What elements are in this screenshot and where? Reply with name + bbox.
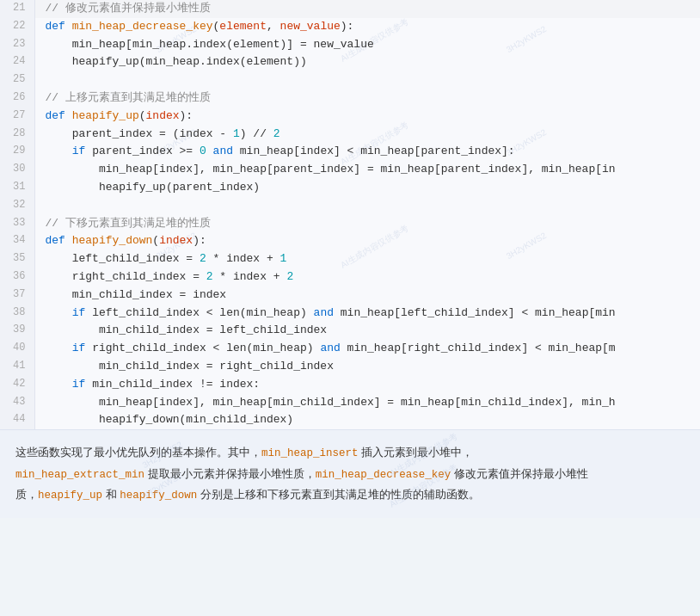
keyword: if <box>72 378 86 391</box>
number: 0 <box>200 145 206 157</box>
keyword: and <box>320 342 340 354</box>
line-number: 41 <box>0 358 34 376</box>
desc-code-insert: min_heap_insert <box>261 447 359 459</box>
line-content <box>34 197 700 215</box>
line-number: 29 <box>0 143 34 161</box>
table-row: 33 // 下移元素直到其满足堆的性质 <box>0 215 700 233</box>
keyword: if <box>72 342 86 354</box>
number: 2 <box>273 127 280 140</box>
line-content: min_heap[index], min_heap[parent_index] … <box>34 161 700 179</box>
keyword: and <box>213 145 233 157</box>
line-content: min_child_index = left_child_index <box>34 322 700 340</box>
line-number: 42 <box>0 376 34 394</box>
line-content: def heapify_up(index): <box>34 108 700 126</box>
line-content: min_heap[min_heap.index(element)] = new_… <box>34 36 700 54</box>
line-content: min_child_index = index <box>34 286 700 305</box>
param: index <box>159 234 193 247</box>
table-row: 34 def heapify_down(index): <box>0 232 700 250</box>
table-row: 23 min_heap[min_heap.index(element)] = n… <box>0 36 700 54</box>
table-row: 26 // 上移元素直到其满足堆的性质 <box>0 89 700 108</box>
table-row: 42 if min_child_index != index: <box>0 376 700 394</box>
function-name: heapify_up <box>72 109 139 122</box>
table-row: 38 if left_child_index < len(min_heap) a… <box>0 305 700 323</box>
line-number: 38 <box>0 305 34 323</box>
number: 2 <box>206 270 213 283</box>
line-content: def heapify_down(index): <box>34 232 700 250</box>
description-text-2: 插入元素到最小堆中， <box>359 446 474 459</box>
table-row: 25 <box>0 71 700 89</box>
keyword: if <box>72 145 86 157</box>
description-box: 3H2yKWS2 AI生成内容仅供参考 3H2yKWS2 AI生成内容仅供参考 … <box>0 429 700 518</box>
comment-text: // 下移元素直到其满足堆的性质 <box>46 217 211 230</box>
line-number: 30 <box>0 161 34 179</box>
desc-code-extract: min_heap_extract_min <box>15 469 144 481</box>
line-number: 35 <box>0 250 34 268</box>
line-content: if min_child_index != index: <box>34 376 700 394</box>
line-content: parent_index = (index - 1) // 2 <box>34 126 700 144</box>
line-content: heapify_up(min_heap.index(element)) <box>34 53 700 71</box>
line-content <box>34 71 700 89</box>
line-number: 31 <box>0 179 34 197</box>
line-number: 39 <box>0 322 34 340</box>
table-row: 24 heapify_up(min_heap.index(element)) <box>0 53 700 71</box>
table-row: 28 parent_index = (index - 1) // 2 <box>0 126 700 144</box>
line-number: 34 <box>0 232 34 250</box>
line-content: // 下移元素直到其满足堆的性质 <box>34 215 700 233</box>
description-text-4: 修改元素值并保持最小堆性 <box>451 467 588 480</box>
line-number: 37 <box>0 286 34 305</box>
table-row: 29 if parent_index >= 0 and min_heap[ind… <box>0 143 700 161</box>
description-text-3: 提取最小元素并保持最小堆性质， <box>144 467 316 480</box>
line-content: right_child_index = 2 * index + 2 <box>34 268 700 286</box>
line-number: 40 <box>0 340 34 358</box>
line-number: 23 <box>0 36 34 54</box>
description-text-7: 分别是上移和下移元素直到其满足堆的性质的辅助函数。 <box>197 488 480 501</box>
code-table: 21 // 修改元素值并保持最小堆性质 22 def min_heap_decr… <box>0 0 700 429</box>
description-text-1: 这些函数实现了最小优先队列的基本操作。其中， <box>15 446 261 459</box>
comment-text: // 上移元素直到其满足堆的性质 <box>46 91 211 104</box>
keyword: if <box>72 306 86 319</box>
line-number: 28 <box>0 126 34 144</box>
line-content: // 上移元素直到其满足堆的性质 <box>34 89 700 108</box>
line-number: 25 <box>0 71 34 89</box>
keyword: def <box>46 109 65 122</box>
table-row: 36 right_child_index = 2 * index + 2 <box>0 268 700 286</box>
function-name: min_heap_decrease_key <box>72 20 213 33</box>
param: index <box>146 109 180 122</box>
line-content: heapify_down(min_child_index) <box>34 411 700 429</box>
line-number: 21 <box>0 0 34 18</box>
table-row: 39 min_child_index = left_child_index <box>0 322 700 340</box>
line-number: 36 <box>0 268 34 286</box>
table-row: 37 min_child_index = index <box>0 286 700 305</box>
table-row: 21 // 修改元素值并保持最小堆性质 <box>0 0 700 18</box>
table-row: 32 <box>0 197 700 215</box>
code-container: 3H2yKWS2 AI生成内容仅供参考 3H2yKWS2 3H2yKWS2 AI… <box>0 0 700 429</box>
table-row: 35 left_child_index = 2 * index + 1 <box>0 250 700 268</box>
desc-code-heapify-down: heapify_down <box>120 490 197 502</box>
line-content: left_child_index = 2 * index + 1 <box>34 250 700 268</box>
line-content: def min_heap_decrease_key(element, new_v… <box>34 18 700 36</box>
param: new_value <box>280 20 341 33</box>
line-content: if left_child_index < len(min_heap) and … <box>34 305 700 323</box>
line-content: min_heap[index], min_heap[min_child_inde… <box>34 394 700 412</box>
keyword: and <box>314 306 334 319</box>
line-content: min_child_index = right_child_index <box>34 358 700 376</box>
table-row: 31 heapify_up(parent_index) <box>0 179 700 197</box>
number: 1 <box>233 127 240 140</box>
line-number: 24 <box>0 53 34 71</box>
line-content: // 修改元素值并保持最小堆性质 <box>34 0 700 18</box>
number: 1 <box>280 252 287 265</box>
table-row: 22 def min_heap_decrease_key(element, ne… <box>0 18 700 36</box>
line-number: 44 <box>0 411 34 429</box>
table-row: 41 min_child_index = right_child_index <box>0 358 700 376</box>
number: 2 <box>286 270 293 283</box>
param: element <box>219 20 267 33</box>
function-name: heapify_down <box>72 234 153 247</box>
description-text-6: 和 <box>102 488 120 501</box>
line-number: 26 <box>0 89 34 108</box>
line-content: if parent_index >= 0 and min_heap[index]… <box>34 143 700 161</box>
line-number: 27 <box>0 108 34 126</box>
number: 2 <box>200 252 206 265</box>
table-row: 44 heapify_down(min_child_index) <box>0 411 700 429</box>
line-content: if right_child_index < len(min_heap) and… <box>34 340 700 358</box>
description-text-5: 质， <box>15 488 38 501</box>
